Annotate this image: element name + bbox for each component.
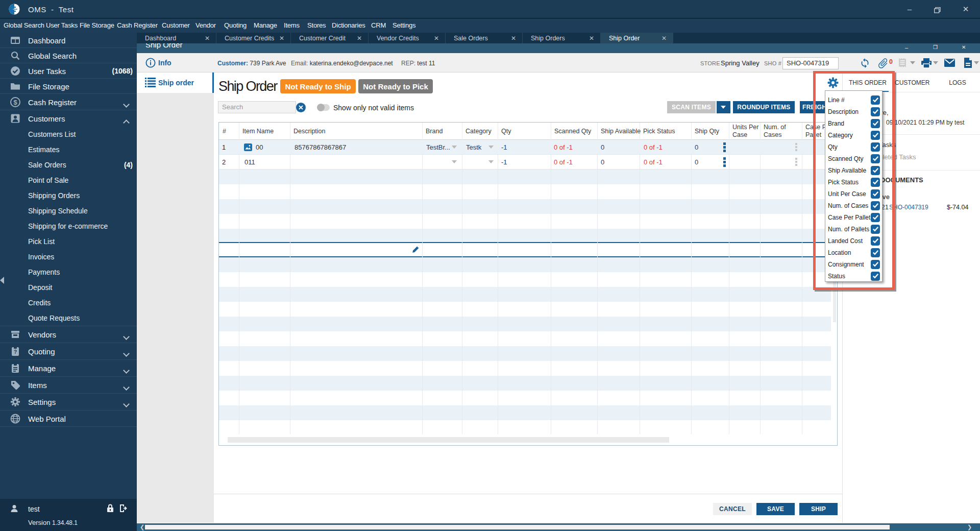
svg-text:?: ? bbox=[14, 349, 17, 355]
svg-text:$: $ bbox=[13, 98, 17, 106]
